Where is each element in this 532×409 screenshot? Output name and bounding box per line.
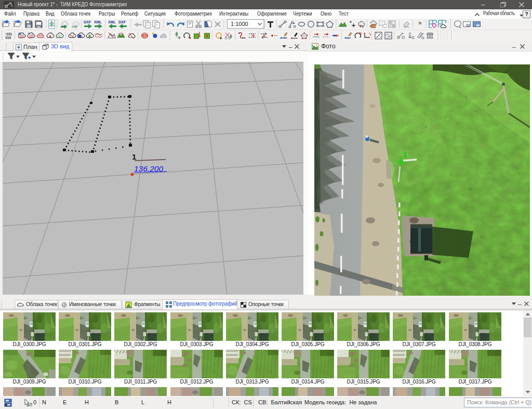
svg-text:A: A bbox=[262, 33, 266, 38]
svg-text:DXF: DXF bbox=[84, 20, 91, 24]
svg-text:XML: XML bbox=[108, 20, 116, 24]
svg-text:1: 1 bbox=[403, 151, 407, 159]
svg-text:1: 1 bbox=[132, 152, 136, 161]
svg-text:DXF: DXF bbox=[118, 20, 126, 24]
svg-text:XML: XML bbox=[94, 20, 102, 24]
